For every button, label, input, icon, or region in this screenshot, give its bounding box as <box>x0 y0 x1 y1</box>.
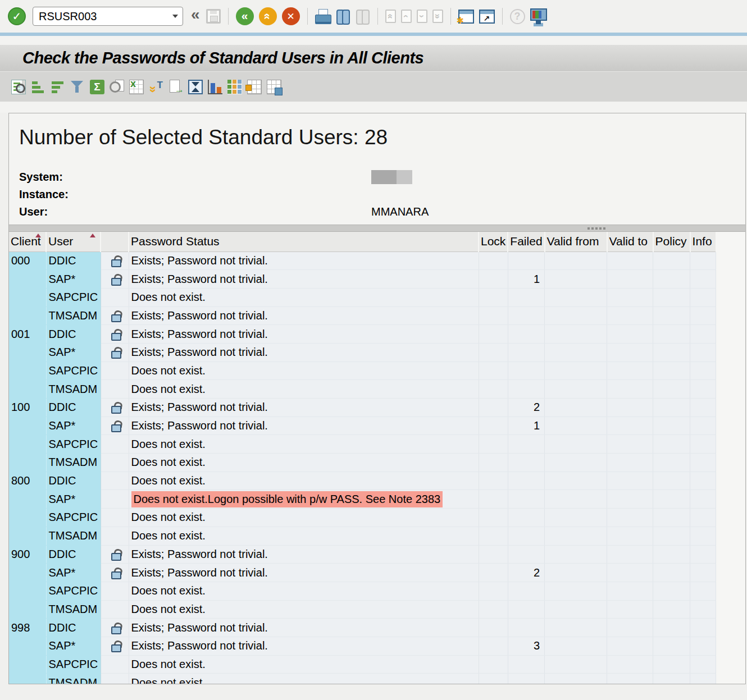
cell-policy[interactable] <box>653 325 690 344</box>
cell-user[interactable]: TMSADM <box>46 454 101 472</box>
cell-valid_to[interactable] <box>607 564 653 582</box>
cell-user[interactable]: DDIC <box>46 325 101 344</box>
cell-lock[interactable] <box>479 637 508 655</box>
cell-info[interactable] <box>690 619 716 637</box>
graphic-icon[interactable] <box>208 80 222 94</box>
select-layout-icon[interactable] <box>247 80 262 94</box>
cell-status[interactable]: Does not exist. <box>129 527 479 545</box>
cell-policy[interactable] <box>653 306 690 325</box>
cell-valid_to[interactable] <box>607 435 653 454</box>
cell-failed[interactable]: 2 <box>508 399 544 417</box>
cell-valid_from[interactable] <box>545 472 607 490</box>
column-header-policy[interactable]: Policy <box>653 232 690 251</box>
cell-user[interactable]: SAPCPIC <box>46 435 101 454</box>
cell-lock[interactable] <box>479 325 508 344</box>
cell-client[interactable] <box>9 600 46 619</box>
sort-ascending-icon[interactable] <box>31 80 45 94</box>
cell-client[interactable] <box>9 417 46 435</box>
cell-status[interactable]: Exists; Password not trivial. <box>129 399 479 417</box>
cell-client[interactable]: 998 <box>9 619 46 637</box>
cell-status[interactable]: Exists; Password not trivial. <box>129 619 479 637</box>
save-layout-icon[interactable] <box>267 80 281 94</box>
cell-valid_from[interactable] <box>545 306 607 325</box>
cell-user[interactable]: TMSADM <box>46 674 101 684</box>
cell-lockicon[interactable] <box>101 564 129 582</box>
cell-valid_from[interactable] <box>545 564 607 582</box>
cell-client[interactable] <box>9 582 46 600</box>
cell-info[interactable] <box>690 674 716 684</box>
cell-valid_from[interactable] <box>545 600 607 619</box>
cell-policy[interactable] <box>653 288 690 306</box>
cell-valid_to[interactable] <box>607 270 653 289</box>
cell-client[interactable] <box>9 270 46 289</box>
cell-lockicon[interactable] <box>101 325 129 344</box>
cell-client[interactable]: 001 <box>9 325 46 344</box>
cell-client[interactable] <box>9 637 46 655</box>
cell-lockicon[interactable] <box>101 270 129 289</box>
cell-policy[interactable] <box>653 600 690 619</box>
cell-lock[interactable] <box>479 380 508 399</box>
cell-lock[interactable] <box>479 582 508 600</box>
cell-status[interactable]: Does not exist. <box>129 600 479 619</box>
cell-lock[interactable] <box>479 490 508 509</box>
cell-failed[interactable]: 2 <box>508 564 544 582</box>
cell-valid_from[interactable] <box>545 417 607 435</box>
cell-user[interactable]: SAP* <box>46 417 101 435</box>
cell-lockicon[interactable] <box>101 362 129 380</box>
customize-local-layout-icon[interactable] <box>530 8 547 21</box>
cell-valid_from[interactable] <box>545 674 607 684</box>
cell-valid_to[interactable] <box>607 343 653 362</box>
cell-info[interactable] <box>690 582 716 600</box>
cell-user[interactable]: SAPCPIC <box>46 655 101 674</box>
cell-valid_from[interactable] <box>545 545 607 564</box>
cell-info[interactable] <box>690 380 716 399</box>
cell-lockicon[interactable] <box>101 454 129 472</box>
cell-policy[interactable] <box>653 343 690 362</box>
column-header-valid_from[interactable]: Valid from <box>545 232 607 251</box>
cell-valid_from[interactable] <box>545 435 607 454</box>
print-preview-icon[interactable] <box>110 80 124 94</box>
cell-valid_to[interactable] <box>607 600 653 619</box>
cell-valid_to[interactable] <box>607 674 653 684</box>
cell-lockicon[interactable] <box>101 619 129 637</box>
cell-valid_from[interactable] <box>545 288 607 306</box>
cell-user[interactable]: TMSADM <box>46 380 101 399</box>
cell-policy[interactable] <box>653 655 690 674</box>
cell-info[interactable] <box>690 343 716 362</box>
cell-valid_to[interactable] <box>607 288 653 306</box>
cell-lockicon[interactable] <box>101 380 129 399</box>
cell-valid_to[interactable] <box>607 545 653 564</box>
cell-failed[interactable]: 1 <box>508 270 544 289</box>
cell-client[interactable]: 000 <box>9 251 46 270</box>
new-session-icon[interactable] <box>458 10 474 24</box>
cell-status[interactable]: Exists; Password not trivial. <box>129 306 479 325</box>
cell-user[interactable]: SAP* <box>46 343 101 362</box>
last-page-icon[interactable] <box>432 10 443 23</box>
cell-valid_from[interactable] <box>545 399 607 417</box>
sort-descending-icon[interactable] <box>51 80 65 94</box>
cell-failed[interactable] <box>508 509 544 527</box>
cell-policy[interactable] <box>653 380 690 399</box>
splitter-bar[interactable] <box>9 225 745 232</box>
cell-failed[interactable] <box>508 655 544 674</box>
cell-lock[interactable] <box>479 472 508 490</box>
page-down-icon[interactable] <box>417 10 427 23</box>
cell-info[interactable] <box>690 435 716 454</box>
cell-failed[interactable] <box>508 674 544 684</box>
cell-user[interactable]: TMSADM <box>46 600 101 619</box>
cell-valid_from[interactable] <box>545 637 607 655</box>
cell-policy[interactable] <box>653 454 690 472</box>
abc-analysis-icon[interactable] <box>188 80 203 94</box>
cell-client[interactable]: 100 <box>9 399 46 417</box>
word-processing-icon[interactable] <box>149 80 163 94</box>
cell-policy[interactable] <box>653 509 690 527</box>
cell-lockicon[interactable] <box>101 545 129 564</box>
cell-lockicon[interactable] <box>101 655 129 674</box>
cell-lock[interactable] <box>479 454 508 472</box>
cell-client[interactable] <box>9 527 46 545</box>
cell-info[interactable] <box>690 509 716 527</box>
cell-status[interactable]: Exists; Password not trivial. <box>129 564 479 582</box>
cell-valid_from[interactable] <box>545 270 607 289</box>
cell-status[interactable]: Does not exist. <box>129 472 479 490</box>
cell-failed[interactable] <box>508 527 544 545</box>
